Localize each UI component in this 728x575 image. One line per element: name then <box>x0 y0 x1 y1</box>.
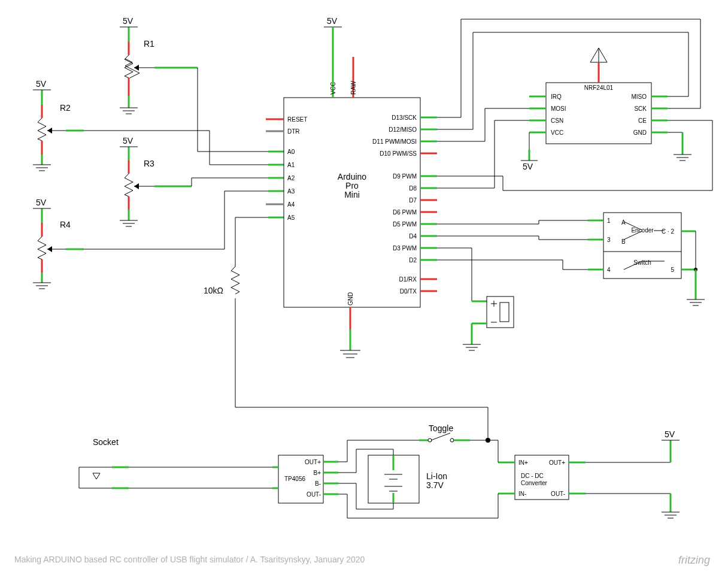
rotary-encoder: Encoder Switch 1 3 4 A B C · 2 5 <box>437 213 705 305</box>
svg-text:A: A <box>621 219 626 226</box>
svg-text:5: 5 <box>671 267 674 273</box>
batt-volt: 3.7V <box>426 480 444 490</box>
pulldown-label: 10kΩ <box>204 286 223 295</box>
pin-a3: A3 <box>287 188 295 195</box>
nrf-irq: IRQ <box>551 93 562 100</box>
pin-a4: A4 <box>287 201 295 208</box>
pin-a5: A5 <box>287 214 295 221</box>
rail-5v-label-2: 5V <box>36 79 47 89</box>
pin-d11: D11 PWM/MOSI <box>372 138 417 145</box>
pin-d5: D5 PWM <box>393 221 417 228</box>
rail-5v-label-4: 5V <box>36 198 47 207</box>
rail-5v-label-3: 5V <box>123 136 134 146</box>
pin-gnd: GND <box>347 292 354 305</box>
svg-point-207 <box>450 438 454 442</box>
pot-r2: 5V R2 <box>33 79 284 171</box>
nrf-gnd: GND <box>633 129 647 136</box>
pot-r4-label: R4 <box>60 220 71 229</box>
pot-r4: 5V R4 <box>33 191 284 289</box>
pin-a0: A0 <box>287 149 295 155</box>
pulldown-resistor: 10kΩ <box>204 217 284 407</box>
arduino-5v: 5V <box>327 16 338 26</box>
pin-dtr: DTR <box>287 128 300 135</box>
nrf-sck: SCK <box>634 105 647 112</box>
pin-a1: A1 <box>287 162 295 168</box>
dcdc-5v: 5V <box>665 429 675 439</box>
pin-d6: D6 PWM <box>393 209 417 216</box>
svg-text:4: 4 <box>607 267 611 273</box>
pin-d12: D12/MISO <box>389 126 417 133</box>
schematic: 5V R1 5V R3 <box>0 0 728 575</box>
svg-text:3: 3 <box>607 237 611 243</box>
svg-text:1: 1 <box>607 217 611 224</box>
svg-marker-33 <box>47 128 52 134</box>
svg-marker-5 <box>134 65 139 71</box>
svg-rect-95 <box>500 302 509 322</box>
pin-a2: A2 <box>287 175 295 181</box>
nrf-ce: CE <box>638 117 647 124</box>
svg-text:OUT+: OUT+ <box>305 459 321 465</box>
pin-d1: D1/RX <box>399 276 417 283</box>
pin-d13: D13/SCK <box>392 114 417 121</box>
arduino-name-3: Mini <box>344 190 360 199</box>
pin-d9: D9 PWM <box>393 173 417 180</box>
brand-label: fritzing <box>678 554 710 567</box>
arduino-pro-mini: Arduino Pro Mini VCC 5V RAW GND RESET DT… <box>266 16 437 358</box>
pin-vcc: VCC <box>330 82 336 95</box>
pot-r3: 5V R3 <box>120 136 284 226</box>
pin-d0: D0/TX <box>400 288 417 295</box>
svg-text:IN+: IN+ <box>518 459 528 466</box>
svg-rect-142 <box>603 213 681 279</box>
nrf-mosi: MOSI <box>551 105 566 112</box>
nrf24l01-module: NRF24L01 IRQ MOSI CSN VCC MISO SCK CE GN… <box>437 19 712 190</box>
pot-r1-label: R1 <box>144 39 154 49</box>
svg-text:IN-: IN- <box>518 491 526 497</box>
power-section: Socket TP4056 OUT+ B+ B- OUT- Li-Ion 3.7… <box>79 407 680 518</box>
pin-d4: D4 <box>409 233 417 240</box>
svg-marker-48 <box>47 246 52 252</box>
buzzer <box>437 248 514 350</box>
svg-text:OUT-: OUT- <box>551 491 565 497</box>
svg-marker-19 <box>134 183 139 189</box>
encoder-label: Encoder <box>631 227 654 234</box>
pot-r2-label: R2 <box>60 103 71 113</box>
nrf-title: NRF24L01 <box>584 84 614 91</box>
pot-r3-label: R3 <box>144 159 154 168</box>
svg-text:OUT+: OUT+ <box>549 459 565 466</box>
arduino-name-2: Pro <box>345 181 359 190</box>
dcdc-name-1: DC - DC <box>521 473 544 479</box>
pin-d7: D7 <box>409 197 417 204</box>
nrf-5v: 5V <box>523 162 533 171</box>
nrf-miso: MISO <box>631 93 647 100</box>
dcdc-name-2: Converter <box>521 480 548 486</box>
pin-d8: D8 <box>409 185 417 192</box>
pot-r1: 5V R1 <box>120 16 284 152</box>
footer-caption: Making ARDUINO based RC controller of US… <box>14 555 365 564</box>
pin-raw: RAW <box>350 80 357 95</box>
encoder-switch-label: Switch <box>633 259 651 266</box>
pin-d3: D3 PWM <box>393 245 417 252</box>
toggle-label: Toggle <box>429 423 453 433</box>
tp4056-label: TP4056 <box>284 476 305 482</box>
svg-line-206 <box>431 433 450 440</box>
socket-label: Socket <box>93 437 119 447</box>
svg-text:B-: B- <box>315 480 321 487</box>
batt-name: Li-Ion <box>426 471 447 481</box>
svg-text:B: B <box>621 238 626 245</box>
svg-text:C · 2: C · 2 <box>662 228 675 235</box>
nrf-vcc: VCC <box>551 129 563 136</box>
pin-d2: D2 <box>409 257 417 264</box>
rail-5v-label: 5V <box>123 16 134 26</box>
arduino-name-1: Arduino <box>338 172 366 181</box>
pin-d10: D10 PWM/SS <box>380 150 417 157</box>
nrf-csn: CSN <box>551 117 563 124</box>
svg-text:B+: B+ <box>313 470 321 476</box>
svg-text:OUT-: OUT- <box>307 491 321 498</box>
pin-reset: RESET <box>287 116 307 123</box>
